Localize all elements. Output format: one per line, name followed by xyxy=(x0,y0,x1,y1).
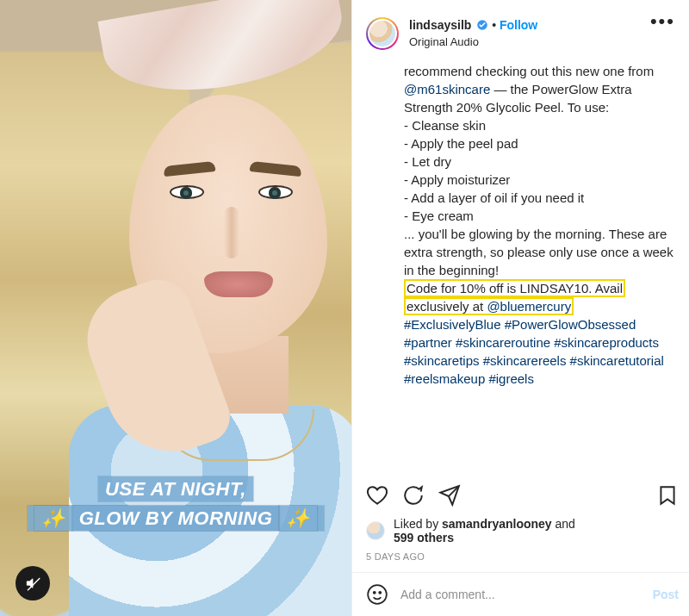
comment-input[interactable] xyxy=(400,588,641,601)
muted-icon xyxy=(25,576,40,591)
illustration xyxy=(204,271,273,297)
share-button[interactable] xyxy=(438,484,461,507)
author-username[interactable]: lindsaysilb xyxy=(409,18,471,32)
post-comment-button[interactable]: Post xyxy=(653,588,679,601)
others-count[interactable]: 599 others xyxy=(394,531,454,544)
post-caption: recommend checking out this new one from… xyxy=(366,62,679,476)
mention-link[interactable]: @m61skincare xyxy=(404,82,490,96)
post-header: lindsaysilb • Follow Original Audio ••• xyxy=(366,17,679,50)
post-media[interactable]: USE AT NIGHT, ✨GLOW BY MORNING✨ xyxy=(0,0,351,616)
liker-avatar[interactable] xyxy=(366,521,385,540)
verified-badge-icon xyxy=(476,19,488,31)
illustration xyxy=(170,185,204,199)
likes-row[interactable]: Liked by samandryanlooney and 599 others xyxy=(366,517,679,544)
author-avatar[interactable] xyxy=(366,17,399,50)
emoji-picker-button[interactable] xyxy=(366,583,388,606)
mention-link[interactable]: @bluemercury xyxy=(487,299,571,314)
video-overlay-text: ✨GLOW BY MORNING✨ xyxy=(28,507,324,530)
audio-label[interactable]: Original Audio xyxy=(409,34,647,50)
post-panel: lindsaysilb • Follow Original Audio ••• … xyxy=(351,0,689,616)
promo-code-highlight: exclusively at @bluemercury xyxy=(404,297,574,315)
illustration xyxy=(224,207,239,258)
more-options-button[interactable]: ••• xyxy=(647,17,679,26)
video-overlay-text: USE AT NIGHT, xyxy=(98,478,253,501)
comment-button[interactable] xyxy=(402,484,425,507)
svg-point-2 xyxy=(368,585,387,604)
comment-composer: Post xyxy=(366,573,679,609)
post-actions xyxy=(366,484,679,507)
hashtag-link[interactable]: #ExclusivelyBlue #PowerGlowObsessed #par… xyxy=(404,317,664,386)
like-button[interactable] xyxy=(366,484,388,507)
mute-toggle[interactable] xyxy=(16,566,50,600)
promo-code-highlight: Code for 10% off is LINDSAY10. Avail xyxy=(404,279,625,297)
svg-point-4 xyxy=(379,592,381,594)
save-button[interactable] xyxy=(656,484,679,507)
illustration xyxy=(258,185,293,199)
separator: • xyxy=(492,18,496,32)
post-timestamp: 5 DAYS AGO xyxy=(366,551,679,562)
svg-point-3 xyxy=(374,592,376,594)
sparkle-icon: ✨ xyxy=(34,506,72,531)
liker-username[interactable]: samandryanlooney xyxy=(442,517,552,531)
sparkle-icon: ✨ xyxy=(279,506,317,531)
follow-button[interactable]: Follow xyxy=(500,18,537,32)
